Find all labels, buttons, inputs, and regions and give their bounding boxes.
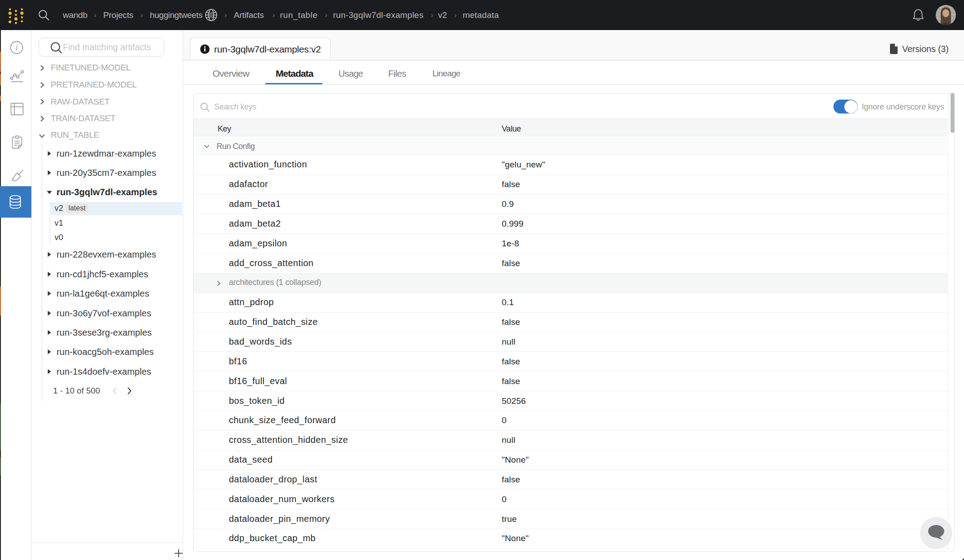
svg-text:i: i (15, 43, 18, 52)
